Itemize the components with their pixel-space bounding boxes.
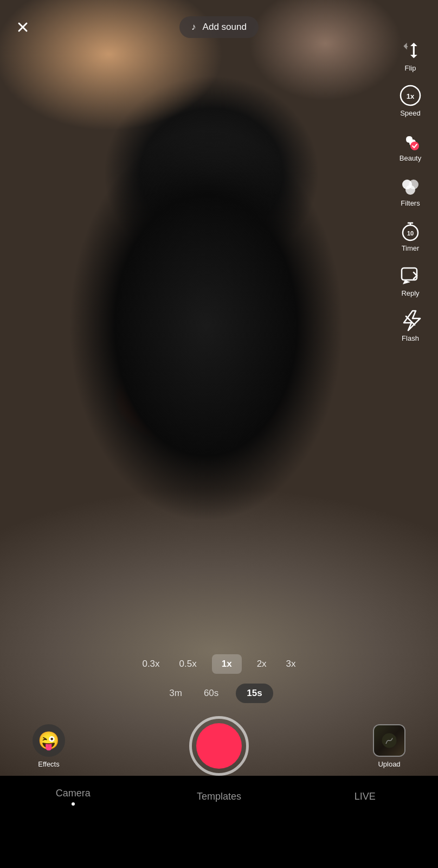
reply-label: Reply bbox=[401, 289, 419, 297]
nav-tab-camera[interactable]: Camera bbox=[0, 788, 146, 806]
flip-icon bbox=[398, 38, 423, 63]
flash-label: Flash bbox=[402, 334, 419, 342]
svg-text:1x: 1x bbox=[407, 92, 415, 100]
nav-tab-live[interactable]: LIVE bbox=[292, 791, 438, 802]
duration-60s[interactable]: 60s bbox=[199, 686, 223, 701]
top-bar: ♪ Add sound bbox=[0, 0, 438, 43]
zoom-1x[interactable]: 1x bbox=[212, 654, 242, 674]
svg-text:10: 10 bbox=[407, 230, 414, 237]
filters-icon bbox=[398, 173, 423, 198]
add-sound-button[interactable]: ♪ Add sound bbox=[179, 16, 259, 38]
flip-control[interactable]: Flip bbox=[391, 33, 429, 78]
zoom-2x[interactable]: 2x bbox=[253, 656, 271, 672]
nav-tabs: Camera Templates LIVE bbox=[0, 788, 438, 806]
effects-label: Effects bbox=[38, 760, 60, 768]
zoom-0.3x[interactable]: 0.3x bbox=[138, 656, 164, 672]
record-button[interactable] bbox=[189, 716, 249, 776]
nav-tab-templates[interactable]: Templates bbox=[146, 791, 292, 802]
zoom-0.5x[interactable]: 0.5x bbox=[175, 656, 201, 672]
zoom-3x[interactable]: 3x bbox=[282, 656, 300, 672]
music-icon: ♪ bbox=[191, 22, 196, 33]
zoom-controls: 0.3x 0.5x 1x 2x 3x bbox=[0, 654, 438, 674]
timer-label: Timer bbox=[402, 244, 420, 252]
reply-icon bbox=[398, 263, 423, 288]
flip-label: Flip bbox=[405, 64, 416, 72]
upload-button[interactable]: Upload bbox=[373, 724, 405, 768]
svg-point-5 bbox=[405, 185, 415, 195]
beauty-label: Beauty bbox=[400, 154, 421, 162]
capture-row: 😜 Effects Upload bbox=[0, 716, 438, 776]
flash-icon bbox=[398, 308, 423, 333]
duration-controls: 3m 60s 15s bbox=[165, 684, 273, 703]
camera-tab-label: Camera bbox=[56, 788, 91, 799]
add-sound-label: Add sound bbox=[203, 22, 247, 33]
timer-control[interactable]: 10 Timer bbox=[391, 213, 429, 258]
beauty-control[interactable]: Beauty bbox=[391, 123, 429, 168]
live-tab-label: LIVE bbox=[355, 791, 376, 802]
camera-tab-dot bbox=[72, 802, 75, 806]
upload-thumbnail bbox=[374, 725, 404, 756]
beauty-icon bbox=[398, 128, 423, 153]
duration-15s[interactable]: 15s bbox=[236, 684, 273, 703]
right-controls: Flip 1x Speed Beauty bbox=[391, 33, 429, 348]
templates-tab-label: Templates bbox=[197, 791, 241, 802]
bottom-nav: Camera Templates LIVE bbox=[0, 777, 438, 868]
speed-label: Speed bbox=[400, 109, 421, 117]
effects-button[interactable]: 😜 Effects bbox=[33, 724, 65, 768]
duration-3m[interactable]: 3m bbox=[165, 686, 186, 701]
bottom-controls: 0.3x 0.5x 1x 2x 3x 3m 60s 15s 😜 Effects bbox=[0, 654, 438, 776]
flash-control[interactable]: Flash bbox=[391, 303, 429, 348]
close-button[interactable] bbox=[11, 15, 35, 39]
upload-label: Upload bbox=[378, 760, 400, 768]
effects-icon: 😜 bbox=[33, 724, 65, 757]
speed-icon: 1x bbox=[398, 83, 423, 108]
reply-control[interactable]: Reply bbox=[391, 258, 429, 303]
filters-label: Filters bbox=[401, 199, 420, 207]
record-button-inner bbox=[196, 723, 242, 769]
speed-control[interactable]: 1x Speed bbox=[391, 78, 429, 123]
upload-icon bbox=[373, 724, 405, 757]
svg-point-2 bbox=[410, 142, 419, 150]
timer-icon: 10 bbox=[398, 218, 423, 243]
filters-control[interactable]: Filters bbox=[391, 168, 429, 213]
